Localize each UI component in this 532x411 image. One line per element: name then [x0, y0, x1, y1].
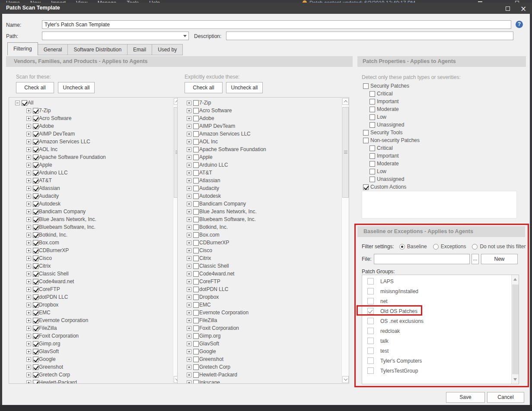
- expand-icon[interactable]: [187, 318, 191, 323]
- checkbox[interactable]: [193, 372, 199, 378]
- tree-item-blue-jeans-network-inc[interactable]: Blue Jeans Network, Inc.: [9, 215, 172, 223]
- expand-icon[interactable]: [187, 256, 191, 261]
- checkbox[interactable]: [193, 271, 199, 277]
- checkbox[interactable]: [363, 138, 369, 143]
- expand-icon[interactable]: [187, 147, 191, 152]
- tree-item-adobe[interactable]: Adobe: [9, 122, 172, 130]
- checkbox[interactable]: [33, 287, 38, 292]
- tree-item-aimp-devteam[interactable]: AIMP DevTeam: [178, 122, 341, 130]
- tab-general[interactable]: General: [38, 44, 68, 55]
- expand-icon[interactable]: [187, 295, 191, 300]
- expand-icon[interactable]: [187, 178, 191, 183]
- tab-used-by[interactable]: Used by: [152, 44, 183, 55]
- expand-icon[interactable]: [187, 209, 191, 214]
- tree-item-box-com[interactable]: Box.com: [9, 239, 172, 247]
- expand-icon[interactable]: [187, 357, 191, 362]
- severity-item-low[interactable]: Low: [363, 113, 420, 121]
- checkbox[interactable]: [33, 209, 38, 215]
- checkbox[interactable]: [193, 364, 199, 370]
- tree-item-label[interactable]: Audacity: [39, 193, 59, 199]
- tree-item-label[interactable]: Box.com: [199, 232, 220, 238]
- checkbox[interactable]: [33, 294, 38, 300]
- collapse-icon[interactable]: [15, 101, 20, 105]
- checkbox[interactable]: [367, 318, 374, 324]
- checkbox[interactable]: [33, 232, 38, 238]
- scrollbar-thumb[interactable]: [512, 285, 519, 374]
- expand-icon[interactable]: [26, 108, 31, 113]
- tree-item-label[interactable]: Gimp.org: [39, 341, 60, 347]
- expand-icon[interactable]: [187, 116, 191, 121]
- close-button[interactable]: ×: [518, 5, 529, 12]
- expand-icon[interactable]: [26, 155, 31, 160]
- checkbox[interactable]: [193, 302, 199, 308]
- tree-item-gimp-org[interactable]: Gimp.org: [9, 340, 172, 348]
- checkbox[interactable]: [33, 178, 38, 183]
- expand-icon[interactable]: [187, 124, 191, 129]
- expand-icon[interactable]: [187, 240, 191, 245]
- expand-icon[interactable]: [26, 287, 31, 292]
- tree-item-label[interactable]: Autodesk: [39, 201, 61, 207]
- tree-item-label[interactable]: Apache Software Foundation: [199, 146, 266, 152]
- tree-item-cisco[interactable]: Cisco: [9, 254, 172, 262]
- expand-icon[interactable]: [26, 357, 31, 362]
- expand-icon[interactable]: [26, 240, 31, 245]
- tree-item-label[interactable]: Box.com: [39, 240, 59, 246]
- expand-icon[interactable]: [187, 341, 191, 346]
- tree-item-label[interactable]: Acro Software: [39, 115, 71, 121]
- tree-item-bluebeam-software-inc[interactable]: Bluebeam Software, Inc.: [9, 223, 172, 231]
- checkbox[interactable]: [367, 348, 374, 354]
- save-button[interactable]: Save: [446, 392, 485, 403]
- expand-icon[interactable]: [187, 217, 191, 222]
- tree-item-botkind-inc[interactable]: Botkind, Inc.: [9, 231, 172, 239]
- tree-item-box-com[interactable]: Box.com: [178, 231, 341, 239]
- tree-item-google[interactable]: Google: [178, 348, 341, 355]
- expand-icon[interactable]: [26, 272, 31, 276]
- checkbox[interactable]: [193, 108, 199, 114]
- tree-item-label[interactable]: Acro Software: [199, 107, 232, 114]
- tree-item-dotpdn-llc[interactable]: dotPDN LLC: [9, 293, 172, 301]
- checkbox[interactable]: [33, 170, 38, 176]
- expand-icon[interactable]: [26, 233, 31, 237]
- tree-item-glavsoft[interactable]: GlavSoft: [178, 340, 341, 348]
- expand-icon[interactable]: [26, 178, 31, 183]
- tree-item-atlassian[interactable]: Atlassian: [9, 184, 172, 192]
- tree-item-label[interactable]: dotPDN LLC: [39, 294, 68, 300]
- tree-item-coreftp[interactable]: CoreFTP: [178, 278, 341, 285]
- checkbox[interactable]: [193, 240, 199, 246]
- tree-item-all[interactable]: All: [9, 99, 172, 107]
- tree-item-foxit-corporation[interactable]: Foxit Corporation: [9, 332, 172, 340]
- tree-item-citrix[interactable]: Citrix: [178, 254, 341, 262]
- severity-item-important[interactable]: Important: [363, 152, 420, 160]
- checkbox[interactable]: [33, 364, 38, 370]
- checkbox[interactable]: [367, 328, 374, 334]
- checkbox[interactable]: [370, 114, 375, 120]
- expand-icon[interactable]: [26, 279, 31, 284]
- tree-item-glavsoft[interactable]: GlavSoft: [9, 348, 172, 355]
- expand-icon[interactable]: [26, 116, 31, 121]
- severity-item-security-tools[interactable]: Security Tools: [363, 129, 420, 136]
- expand-icon[interactable]: [26, 349, 31, 354]
- tree-item-label[interactable]: FileZilla: [199, 317, 217, 323]
- checkbox[interactable]: [193, 380, 199, 384]
- expand-icon[interactable]: [26, 334, 31, 338]
- tree-item-label[interactable]: Dropbox: [199, 294, 219, 300]
- checkbox[interactable]: [33, 279, 38, 285]
- checkbox[interactable]: [370, 177, 375, 182]
- tree-item-label[interactable]: Autodesk: [199, 193, 221, 199]
- expand-icon[interactable]: [26, 264, 31, 269]
- checkbox[interactable]: [33, 116, 38, 121]
- tree-item-label[interactable]: Code4ward.net: [199, 271, 234, 277]
- path-combobox[interactable]: [42, 32, 189, 40]
- checkbox[interactable]: [193, 357, 199, 362]
- checkbox[interactable]: [193, 178, 199, 183]
- tree-item-label[interactable]: Gimp.org: [199, 333, 220, 339]
- expand-icon[interactable]: [187, 155, 191, 160]
- checkbox[interactable]: [193, 287, 199, 292]
- scroll-up-icon[interactable]: [513, 278, 517, 281]
- tree-item-acro-software[interactable]: Acro Software: [178, 107, 341, 114]
- patch-group-label[interactable]: OS .net exclusions: [380, 318, 424, 324]
- checkbox[interactable]: [33, 147, 38, 152]
- tree-item-acro-software[interactable]: Acro Software: [9, 114, 172, 122]
- checkbox[interactable]: [33, 357, 38, 362]
- patch-group-label[interactable]: net: [380, 298, 388, 304]
